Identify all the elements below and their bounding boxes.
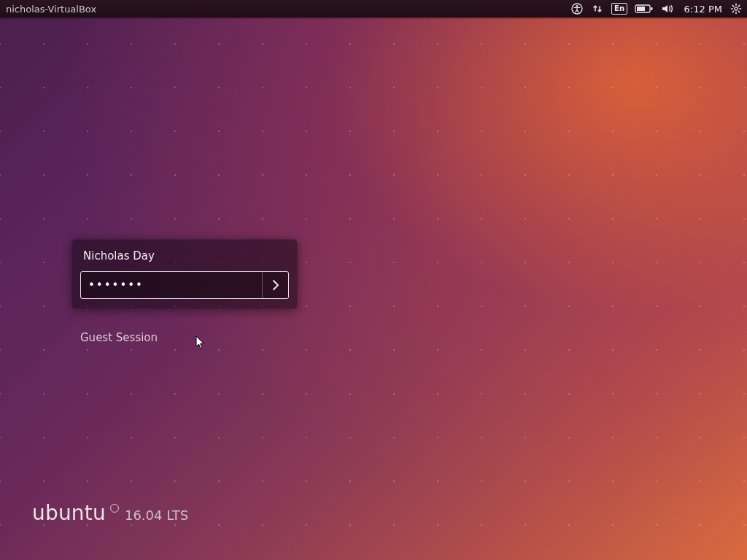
password-input[interactable] (81, 272, 262, 298)
volume-high-icon[interactable] (661, 2, 676, 15)
distro-branding: ubuntu 16.04 LTS (32, 501, 188, 525)
gear-icon[interactable] (729, 2, 743, 15)
hostname-label: nicholas-VirtualBox (6, 4, 96, 15)
svg-rect-3 (637, 7, 645, 11)
distro-version: 16.04 LTS (125, 508, 188, 523)
password-row (80, 271, 289, 299)
accessibility-icon[interactable] (570, 2, 584, 15)
svg-point-5 (735, 7, 738, 10)
guest-session-button[interactable]: Guest Session (80, 331, 158, 344)
top-panel: nicholas-VirtualBox En (0, 0, 747, 18)
clock-label[interactable]: 6:12 PM (683, 4, 722, 15)
ubuntu-cof-icon (110, 504, 119, 513)
network-updown-icon[interactable] (591, 2, 604, 15)
svg-rect-4 (651, 7, 653, 10)
distro-name: ubuntu (32, 501, 106, 525)
login-box: Nicholas Day (71, 239, 298, 309)
language-indicator[interactable]: En (611, 3, 627, 15)
system-tray: En 6:12 PM (570, 2, 743, 15)
mouse-cursor (196, 335, 206, 350)
login-submit-button[interactable] (262, 272, 288, 298)
battery-icon[interactable] (635, 2, 654, 15)
svg-point-1 (576, 5, 578, 7)
selected-username[interactable]: Nicholas Day (80, 249, 289, 271)
